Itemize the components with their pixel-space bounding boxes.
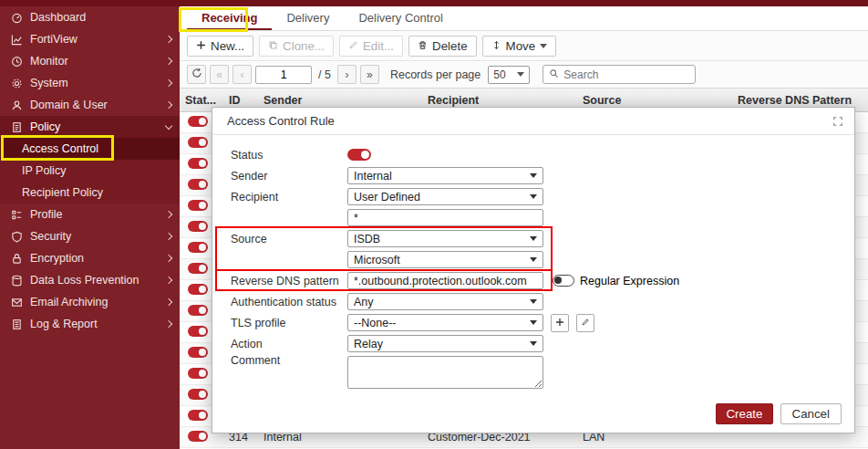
dialog-header: Access Control Rule	[212, 108, 854, 135]
sidebar-item-profile[interactable]: Profile	[0, 204, 180, 225]
row-status-toggle[interactable]	[188, 116, 208, 127]
profile-icon	[9, 209, 24, 221]
row-status-toggle[interactable]	[188, 410, 208, 421]
chevron-down-icon	[165, 121, 172, 129]
prev-page-button[interactable]: ‹	[232, 65, 252, 84]
action-select[interactable]: Relay	[347, 335, 543, 352]
row-status-toggle[interactable]	[188, 389, 208, 400]
clone-button[interactable]: Clone...	[259, 36, 334, 57]
row-status-toggle[interactable]	[188, 305, 208, 316]
chevron-right-icon	[165, 211, 172, 218]
dialog-title: Access Control Rule	[227, 114, 335, 128]
regex-toggle[interactable]	[553, 275, 574, 287]
column-header-status[interactable]: Stat...	[180, 94, 223, 107]
dropdown-caret-icon	[517, 72, 524, 77]
sidebar-item-log-report[interactable]: Log & Report	[0, 313, 180, 335]
sidebar-item-system[interactable]: System	[0, 72, 180, 94]
column-header-source[interactable]: Source	[577, 94, 732, 107]
sidebar-item-label: Email Archiving	[30, 296, 108, 308]
sidebar-item-fortiview[interactable]: FortiView	[0, 28, 180, 50]
sidebar-item-ip-policy[interactable]: IP Policy	[0, 160, 180, 182]
new-button-label: New...	[211, 39, 244, 53]
source-select[interactable]: ISDB	[347, 230, 543, 247]
edit-button[interactable]: Edit...	[339, 36, 403, 57]
toolbar: New... Clone... Edit... Delete Move	[180, 31, 868, 61]
reverse-dns-input[interactable]: *.outbound.protection.outlook.com	[347, 272, 543, 289]
column-header-recipient[interactable]: Recipient	[422, 94, 577, 107]
recipient-select[interactable]: User Defined	[347, 188, 543, 205]
delete-button[interactable]: Delete	[408, 36, 477, 57]
status-toggle[interactable]	[347, 149, 371, 161]
status-label: Status	[231, 149, 347, 162]
column-header-sender[interactable]: Sender	[258, 94, 422, 107]
tab-delivery-control[interactable]: Delivery Control	[344, 6, 457, 30]
next-page-button[interactable]: ›	[337, 65, 356, 84]
database-icon	[9, 275, 24, 287]
column-header-reverse-dns[interactable]: Reverse DNS Pattern	[732, 94, 868, 107]
cancel-button[interactable]: Cancel	[780, 403, 842, 424]
sender-value: Internal	[354, 170, 392, 183]
column-header-id[interactable]: ID	[223, 94, 258, 107]
dialog-body: Status Sender Internal Recipient User De…	[212, 135, 854, 389]
sidebar-item-policy[interactable]: Policy	[0, 116, 180, 138]
recipient-pattern-input[interactable]: *	[347, 209, 543, 226]
sidebar-item-encryption[interactable]: Encryption	[0, 247, 180, 269]
trash-icon	[418, 39, 428, 53]
sidebar-item-access-control[interactable]: Access Control	[0, 138, 180, 160]
dropdown-caret-icon	[530, 257, 537, 262]
sidebar-item-domain-user[interactable]: Domain & User	[0, 94, 180, 116]
source-detail-select[interactable]: Microsoft	[347, 251, 543, 268]
row-status-toggle[interactable]	[188, 137, 208, 148]
tls-profile-value: --None--	[354, 317, 397, 329]
row-status-toggle[interactable]	[188, 431, 208, 442]
tls-profile-select[interactable]: --None--	[347, 314, 543, 331]
refresh-icon	[191, 68, 202, 81]
source-detail-value: Microsoft	[354, 254, 400, 266]
monitor-icon	[9, 56, 24, 68]
records-per-page-label: Records per page	[390, 68, 480, 81]
row-status-toggle[interactable]	[188, 200, 208, 211]
page-number-input[interactable]	[255, 66, 312, 84]
sidebar-item-security[interactable]: Security	[0, 225, 180, 247]
edit-tls-profile-button[interactable]	[576, 314, 594, 332]
new-button[interactable]: New...	[187, 36, 253, 57]
move-button[interactable]: Move	[482, 36, 557, 57]
search-input[interactable]	[563, 68, 689, 81]
sidebar-item-email-archiving[interactable]: Email Archiving	[0, 291, 180, 313]
sidebar-item-dlp[interactable]: Data Loss Prevention	[0, 269, 180, 291]
authentication-status-select[interactable]: Any	[347, 293, 543, 310]
row-status-toggle[interactable]	[188, 221, 208, 232]
reverse-dns-label: Reverse DNS pattern	[231, 275, 347, 287]
comment-textarea[interactable]	[347, 356, 543, 389]
sidebar-item-recipient-policy[interactable]: Recipient Policy	[0, 182, 180, 204]
action-label: Action	[231, 338, 347, 350]
refresh-button[interactable]	[187, 65, 206, 84]
row-status-toggle[interactable]	[188, 179, 208, 190]
dropdown-caret-icon	[530, 236, 537, 241]
row-status-toggle[interactable]	[188, 326, 208, 337]
row-status-toggle[interactable]	[188, 158, 208, 169]
tab-delivery[interactable]: Delivery	[272, 6, 344, 30]
dropdown-caret-icon	[530, 194, 537, 199]
tab-receiving[interactable]: Receiving	[187, 6, 272, 30]
sidebar-item-dashboard[interactable]: Dashboard	[0, 6, 180, 28]
sidebar-item-monitor[interactable]: Monitor	[0, 50, 180, 72]
row-status-toggle[interactable]	[188, 284, 208, 295]
add-tls-profile-button[interactable]	[551, 314, 569, 332]
row-status-toggle[interactable]	[188, 347, 208, 358]
last-page-button[interactable]: »	[360, 65, 379, 84]
fortiview-icon	[9, 34, 24, 46]
edit-pencil-icon	[348, 39, 358, 53]
expand-dialog-button[interactable]	[832, 116, 843, 127]
lock-icon	[9, 253, 24, 265]
create-button[interactable]: Create	[716, 403, 772, 424]
records-per-page-select[interactable]: 50	[488, 66, 530, 84]
sender-select[interactable]: Internal	[347, 167, 543, 184]
row-status-toggle[interactable]	[188, 242, 208, 253]
search-box	[542, 65, 696, 84]
chevron-right-icon	[165, 233, 172, 240]
row-status-toggle[interactable]	[188, 368, 208, 379]
row-status-toggle[interactable]	[188, 263, 208, 274]
first-page-button[interactable]: «	[210, 65, 229, 84]
pagination-bar: « ‹ / 5 › » Records per page 50	[180, 61, 868, 89]
